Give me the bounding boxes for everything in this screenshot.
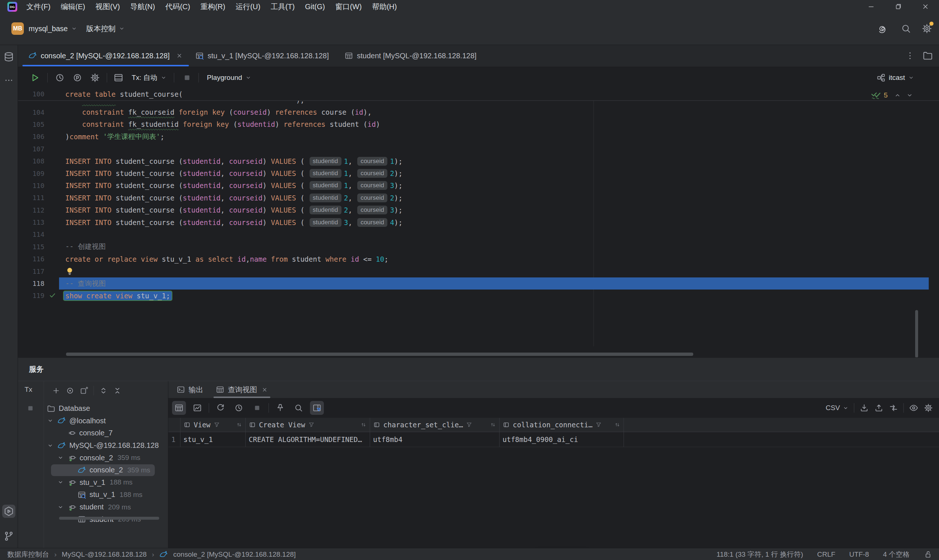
more-toolwindows-button[interactable] [2, 74, 15, 87]
grid-column-header[interactable]: Create View [246, 418, 370, 432]
maximize-button[interactable] [885, 0, 912, 13]
grid-settings-button[interactable] [924, 403, 933, 413]
indent-style[interactable]: 4 个空格 [883, 550, 910, 559]
code-line[interactable]: 116create or replace view stu_v_1 as sel… [18, 253, 939, 265]
menu-item[interactable]: 重构(R) [195, 0, 230, 13]
horizontal-scrollbar[interactable] [66, 352, 693, 356]
settings-button[interactable] [921, 22, 933, 35]
tree-item-console_7[interactable]: console_7 [44, 427, 168, 439]
filter-icon[interactable] [595, 422, 602, 428]
tree-item-@localhost[interactable]: @localhost [44, 415, 168, 427]
chevron-down-icon[interactable] [57, 454, 64, 462]
menu-item[interactable]: 帮助(H) [367, 0, 402, 13]
code-editor[interactable]: mmmmmmmm ),104 constraint fk_courseid fo… [18, 88, 939, 357]
export-format-selector[interactable]: CSV [826, 404, 849, 412]
open-console-button[interactable] [80, 386, 88, 395]
console-settings-button[interactable] [90, 72, 100, 83]
playground-selector[interactable]: Playground [207, 72, 251, 83]
breadcrumb-item[interactable]: console_2 [MySQL-@192.168.128.128] [173, 551, 296, 558]
code-line[interactable]: 113INSERT INTO student_course (studentid… [18, 216, 939, 228]
close-icon[interactable] [261, 386, 268, 393]
close-button[interactable] [912, 0, 939, 13]
project-selector[interactable]: mysql_base [29, 22, 77, 35]
code-line[interactable]: 109INSERT INTO student_course (studentid… [18, 167, 939, 179]
menu-item[interactable]: 窗口(W) [330, 0, 367, 13]
grid-column-header[interactable]: collation_connecti… [500, 418, 624, 432]
sort-icon[interactable] [490, 422, 496, 428]
code-line[interactable]: 117 [18, 265, 939, 277]
code-line[interactable]: 112INSERT INTO student_course (studentid… [18, 204, 939, 216]
editor-tab[interactable]: student [MySQL-@192.168.128.128] [338, 45, 483, 66]
caret-position[interactable]: 118:1 (33 字符, 1 行 换行符) [717, 550, 803, 559]
editor-tab[interactable]: stu_v_1 [MySQL-@192.168.128.128] [188, 45, 336, 66]
chevron-down-icon[interactable] [57, 478, 64, 486]
menu-item[interactable]: 工具(T) [265, 0, 300, 13]
grid-cell[interactable]: stu_v_1 [180, 432, 246, 447]
menu-item[interactable]: 文件(F) [21, 0, 56, 13]
code-line[interactable]: 104 constraint fk_courseid foreign key (… [18, 106, 939, 118]
table-view-button[interactable] [172, 401, 186, 415]
tree-item-stu_v_1[interactable]: stu_v_1188 ms [44, 489, 168, 501]
stop-query-button[interactable] [250, 401, 264, 415]
menu-item[interactable]: 导航(N) [125, 0, 160, 13]
in-editor-results-button[interactable] [113, 72, 123, 83]
add-button[interactable] [52, 386, 60, 395]
code-line[interactable]: 105 constraint fk_studentid foreign key … [18, 118, 939, 131]
code-line[interactable]: 111INSERT INTO student_course (studentid… [18, 192, 939, 204]
code-line[interactable]: 100create table student_course( [18, 88, 939, 100]
unlock-icon[interactable] [924, 550, 933, 559]
tree-item-student[interactable]: student209 ms [44, 501, 168, 514]
code-line[interactable]: 108INSERT INTO student_course (studentid… [18, 155, 939, 167]
show-services-button[interactable] [66, 386, 74, 395]
grid-cell[interactable]: utf8mb4 [370, 432, 500, 447]
code-line[interactable]: 114 [18, 228, 939, 240]
stop-button[interactable] [182, 72, 192, 83]
expand-all-button[interactable] [99, 386, 108, 395]
grid-column-header[interactable]: View [180, 418, 246, 432]
code-line[interactable]: 110INSERT INTO student_course (studentid… [18, 180, 939, 192]
parameters-button[interactable] [72, 72, 83, 83]
tab-options-button[interactable] [905, 51, 915, 60]
menu-item[interactable]: 代码(C) [160, 0, 196, 13]
breadcrumb-item[interactable]: 数据库控制台 [7, 550, 49, 559]
results-tab[interactable]: 输出 [176, 381, 203, 398]
code-line[interactable]: 107 [18, 143, 939, 155]
collapse-all-button[interactable] [113, 386, 122, 395]
schema-selector[interactable]: itcast [876, 72, 914, 83]
find-button[interactable] [291, 401, 305, 415]
menu-item[interactable]: 视图(V) [90, 0, 125, 13]
code-line[interactable]: 106)comment '学生课程中间表'; [18, 131, 939, 143]
tx-toggle-button[interactable]: Tx [25, 386, 32, 394]
code-line[interactable]: 115-- 创建视图 [18, 241, 939, 253]
file-encoding[interactable]: UTF-8 [849, 551, 869, 558]
tree-horizontal-scrollbar[interactable] [59, 517, 159, 520]
ai-assistant-button[interactable] [877, 22, 888, 35]
menu-item[interactable]: Git(G) [300, 0, 330, 13]
grid-cell[interactable]: CREATE ALGORITHM=UNDEFINED… [246, 432, 370, 447]
filter-icon[interactable] [213, 422, 220, 428]
filter-icon[interactable] [308, 422, 315, 428]
pin-tab-button[interactable] [273, 401, 287, 415]
import-upload-button[interactable] [874, 403, 883, 413]
minimize-button[interactable] [857, 0, 885, 13]
stop-all-button[interactable] [26, 404, 35, 413]
services-toolwindow-button[interactable] [2, 505, 15, 518]
tx-mode-selector[interactable]: Tx: 自动 [132, 72, 167, 83]
vcs-widget[interactable]: 版本控制 [86, 22, 125, 35]
view-options-button[interactable] [909, 403, 919, 413]
export-download-button[interactable] [859, 403, 869, 413]
compare-button[interactable] [889, 403, 898, 413]
editor-tab[interactable]: console_2 [MySQL-@192.168.128.128] [22, 45, 190, 66]
code-line[interactable]: 119show create view stu_v_1; [18, 289, 939, 302]
run-button[interactable] [30, 72, 40, 83]
tree-item-stu_v_1[interactable]: stu_v_1188 ms [44, 477, 168, 489]
project-files-button[interactable] [922, 50, 933, 61]
intention-bulb-icon[interactable] [65, 266, 74, 276]
inspections-widget[interactable]: 5 [871, 90, 913, 100]
grid-cell[interactable]: utf8mb4_0900_ai_ci [500, 432, 624, 447]
query-history-button[interactable] [232, 401, 246, 415]
line-separator[interactable]: CRLF [817, 551, 836, 558]
tree-item-console_2[interactable]: console_2359 ms [44, 452, 168, 464]
chart-view-button[interactable] [190, 401, 204, 415]
git-toolwindow-button[interactable] [2, 529, 15, 543]
